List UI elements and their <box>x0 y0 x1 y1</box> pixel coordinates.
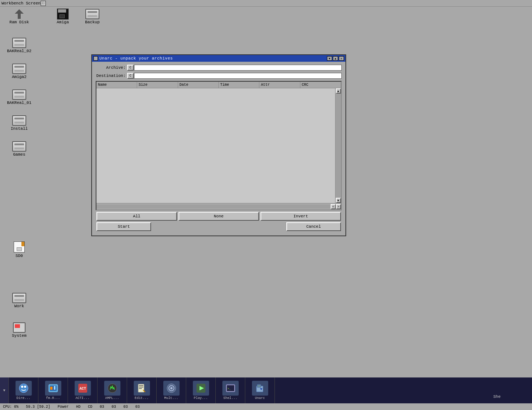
file-list-content[interactable]: ▲ ▼ <box>96 88 341 203</box>
desktop-icon-ramdisk[interactable]: Ram Disk <box>4 8 34 24</box>
desktop-icon-work[interactable]: Work <box>4 292 34 308</box>
unarc-icon-area <box>252 381 268 396</box>
taskbar-item-shel[interactable]: >_ Shel... <box>216 377 245 403</box>
horiz-scroll-right-button[interactable]: > <box>336 204 341 209</box>
unarc-minimize-button[interactable]: ▼ <box>327 56 332 61</box>
title-bar-close[interactable]: □ <box>41 1 46 6</box>
archive-browse-button[interactable]: C <box>127 65 134 71</box>
bakreal02-label: BAKReal_02 <box>7 49 31 53</box>
taskbar-item-fm[interactable]: fm.0... <box>38 377 68 403</box>
unarc-close-left-button[interactable] <box>93 56 98 61</box>
col-attr: Attr <box>259 82 300 88</box>
col-date: Date <box>178 82 219 88</box>
file-list-scrollbar[interactable]: ▲ ▼ <box>335 88 341 203</box>
button-row-2: Start Cancel <box>96 222 342 231</box>
file-list-scroll-area <box>96 88 335 203</box>
desktop-icon-bakreal01[interactable]: BAKReal_01 <box>4 89 34 105</box>
work-label: Work <box>14 304 24 308</box>
desktop-icon-amiga2[interactable]: Amiga2 <box>4 63 34 79</box>
scroll-down-button[interactable]: ▼ <box>336 198 341 203</box>
svg-point-1 <box>21 386 23 388</box>
play-icon <box>196 383 206 393</box>
desktop-icon-system[interactable]: System <box>4 322 34 338</box>
taskbar-item-dire[interactable]: Dire... <box>9 377 38 403</box>
taskbar-item-acti[interactable]: ACT ACTI... <box>68 377 98 403</box>
num-2: 03 <box>112 405 116 409</box>
taskbar-label-play: Play... <box>194 396 208 400</box>
unarc-close-right-button[interactable]: ✕ <box>339 56 344 61</box>
taskbar-label-fm: fm.0... <box>46 396 60 400</box>
bakreal02-hd-icon <box>12 38 26 48</box>
unarc-maximize-button[interactable]: ▲ <box>333 56 338 61</box>
desktop-icon-bakreal02[interactable]: BAKReal_02 <box>4 37 34 53</box>
svg-rect-5 <box>50 387 52 390</box>
desktop-icon-backup[interactable]: Backup <box>78 8 107 24</box>
horiz-scroll-area[interactable]: < > <box>96 203 341 210</box>
taskbar-label-ampl: AMPL... <box>105 396 119 400</box>
taskbar-item-ampl[interactable]: AMPL... <box>98 377 127 403</box>
invert-button[interactable]: Invert <box>260 212 341 221</box>
none-button[interactable]: None <box>178 212 259 221</box>
all-button[interactable]: All <box>96 212 177 221</box>
archive-label: Archive: <box>96 65 127 70</box>
col-name: Name <box>96 82 137 88</box>
unarc-icon <box>255 383 265 393</box>
svg-rect-12 <box>139 387 143 387</box>
system-hd-icon <box>13 322 25 333</box>
horiz-scroll-left-button[interactable]: < <box>331 204 336 209</box>
taskbar-item-edit[interactable]: Edit... <box>127 377 157 403</box>
fm-icon-area <box>45 381 61 396</box>
mult-icon-area <box>163 381 180 396</box>
num-4: 03 <box>135 405 140 409</box>
mhz-status: 59.3 [59.2] <box>26 405 50 409</box>
svg-point-2 <box>24 386 26 388</box>
desktop-icon-install[interactable]: Install <box>4 115 34 131</box>
taskbar-item-unarc[interactable]: Unarc <box>245 377 275 403</box>
destination-label: Destination: <box>96 74 127 78</box>
svg-point-16 <box>170 387 173 389</box>
unarc-title-text: Unarc - unpack your archives <box>99 56 326 61</box>
col-time: Time <box>219 82 259 88</box>
ampl-icon-area <box>104 381 120 396</box>
taskbar-item-play[interactable]: Play... <box>186 377 216 403</box>
svg-rect-11 <box>139 385 143 386</box>
shel-icon-area: >_ <box>222 381 239 396</box>
desktop-icon-amiga[interactable]: Amiga <box>48 8 78 24</box>
svg-point-0 <box>19 384 28 393</box>
scroll-up-button[interactable]: ▲ <box>336 88 341 94</box>
file-list-area: Name Size Date Time Attr CRC ▲ ▼ < <box>96 81 342 210</box>
shel-icon: >_ <box>225 383 236 393</box>
ramdisk-label: Ram Disk <box>10 20 29 24</box>
title-bar: Workbench Screen □ <box>0 0 532 7</box>
taskbar: ▼ Dire... <box>0 377 532 403</box>
archive-input[interactable] <box>134 65 342 71</box>
scroll-track[interactable] <box>335 94 341 198</box>
destination-input[interactable] <box>134 73 342 79</box>
mult-icon <box>166 383 177 393</box>
taskbar-scroll-button[interactable]: ▼ <box>0 377 9 403</box>
hd-status: HD <box>76 405 81 409</box>
edit-icon-area <box>134 381 150 396</box>
amiga2-hd-icon <box>12 64 26 74</box>
button-row-1: All None Invert <box>96 212 342 221</box>
power-status: Power <box>58 405 69 409</box>
start-button[interactable]: Start <box>96 222 151 231</box>
sd0-floppy-icon <box>14 241 25 253</box>
file-list-header: Name Size Date Time Attr CRC <box>96 82 341 88</box>
horiz-scroll-track[interactable] <box>96 205 331 209</box>
unarc-titlebar[interactable]: Unarc - unpack your archives ▼ ▲ ✕ <box>92 55 345 62</box>
num-3: 03 <box>123 405 128 409</box>
fm-icon <box>48 383 58 393</box>
taskbar-item-mult[interactable]: Mult... <box>157 377 186 403</box>
bakreal01-label: BAKReal_01 <box>7 101 31 105</box>
cancel-button[interactable]: Cancel <box>286 222 341 231</box>
games-label: Games <box>13 152 25 157</box>
title-bar-text: Workbench Screen <box>1 1 41 6</box>
status-row: CPU: 0% 59.3 [59.2] Power HD CD 03 03 03… <box>0 403 532 410</box>
desktop-icon-sd0[interactable]: SD0 <box>4 240 34 258</box>
desktop-icon-games[interactable]: Games <box>4 140 34 157</box>
bottom-bar: ▼ Dire... <box>0 377 532 410</box>
unarc-body: Archive: C Destination: C Name Size Date… <box>92 62 345 236</box>
cd-status: CD <box>88 405 92 409</box>
destination-browse-button[interactable]: C <box>127 73 134 79</box>
